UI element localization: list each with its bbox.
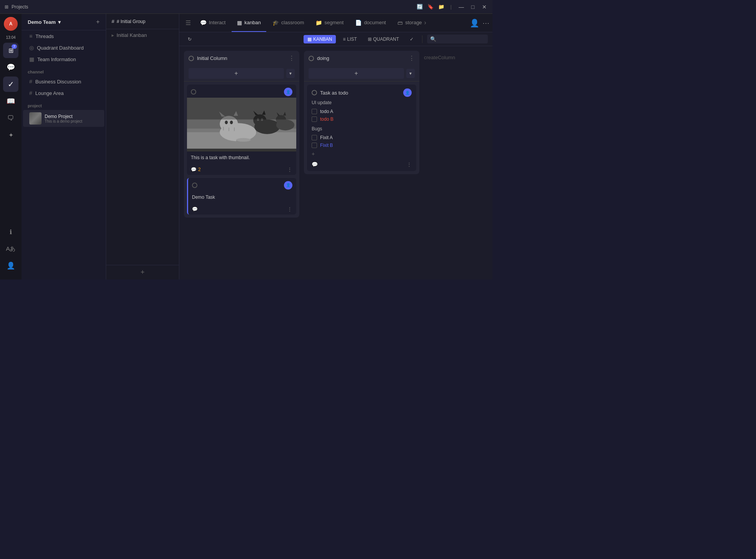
project-item-demo[interactable]: Demo Project This is a demo project xyxy=(23,110,104,127)
column-menu-initial[interactable]: ⋮ xyxy=(289,55,295,62)
tab-interact-label: Interact xyxy=(209,20,225,25)
rail-icon-home[interactable]: ⊞ 7 xyxy=(3,43,18,58)
team-info-icon: ▦ xyxy=(29,56,34,62)
doing-comment-icon[interactable]: 💬 xyxy=(312,161,318,167)
tab-document[interactable]: 📄 document xyxy=(350,14,391,32)
tab-storage[interactable]: 🗃 storage › xyxy=(392,14,432,32)
search-icon: 🔍 xyxy=(430,36,436,42)
tab-kanban[interactable]: ▦ kanban xyxy=(232,14,266,32)
tab-kanban-label: kanban xyxy=(244,20,261,25)
tab-interact[interactable]: 💬 Interact xyxy=(195,14,231,32)
kanban-board: Initial Column ⋮ + ▾ 👤 xyxy=(179,46,492,280)
close-button[interactable]: ✕ xyxy=(481,4,488,10)
project-thumbnail xyxy=(29,112,42,125)
sidebar-item-team-info-label: Team Information xyxy=(37,57,76,62)
chat-icon: 🗨 xyxy=(7,114,14,122)
avatar[interactable]: A xyxy=(4,17,18,31)
checkbox-todo-a[interactable] xyxy=(312,109,317,114)
more-options-icon[interactable]: ⋯ xyxy=(482,19,489,27)
doing-card-avatar: 👤 xyxy=(403,88,412,97)
kanban-cards-initial: 👤 xyxy=(184,85,299,218)
sidebar-item-threads[interactable]: ≡ Threads xyxy=(23,31,104,42)
checkbox-todo-b[interactable] xyxy=(312,116,317,122)
bookmark-icon[interactable]: 🔖 xyxy=(427,4,434,10)
doing-menu-icon[interactable]: ⋮ xyxy=(407,161,412,167)
add-task-dropdown-initial[interactable]: ▾ xyxy=(286,69,295,78)
card-2-body: Demo Task xyxy=(188,191,296,204)
sidebar-header: Demo Team ▾ + xyxy=(22,14,106,30)
folder-icon[interactable]: 📁 xyxy=(438,4,444,10)
kanban-column-initial: Initial Column ⋮ + ▾ 👤 xyxy=(184,51,299,218)
add-task-button-doing[interactable]: + xyxy=(309,68,404,79)
quadrant-view-button[interactable]: ⊞ QUADRANT xyxy=(364,35,403,43)
user-icon: 👤 xyxy=(7,261,15,270)
kanban-sub-icon: ▸ xyxy=(112,32,114,38)
user-presence-icon: 👤 xyxy=(470,18,479,28)
check-view-button[interactable]: ✓ xyxy=(406,35,417,43)
card-2-comment-button[interactable]: 💬 xyxy=(192,206,198,212)
rail-icon-threads[interactable]: 💬 xyxy=(3,60,18,75)
column-menu-doing[interactable]: ⋮ xyxy=(409,55,415,62)
rail-icon-star[interactable]: ✦ xyxy=(3,127,18,143)
refresh-button[interactable]: ↻ xyxy=(184,35,195,43)
checkbox-fixit-a[interactable] xyxy=(312,135,317,140)
grid-icon: ⊞ xyxy=(5,4,8,10)
rail-icon-book[interactable]: 📖 xyxy=(3,93,18,109)
card-1-body: This is a task with thumbnail. xyxy=(187,151,296,164)
search-input[interactable] xyxy=(439,37,485,42)
kanban-view-icon: ▦ xyxy=(307,37,312,42)
maximize-button[interactable]: □ xyxy=(469,4,476,10)
sidebar-item-quadrant[interactable]: ◎ Quadrant Dashboard xyxy=(23,42,104,53)
add-task-button-initial[interactable]: + xyxy=(189,68,284,79)
tab-segment[interactable]: 📁 segment xyxy=(310,14,349,32)
sidebar-item-business[interactable]: # Business Discussion xyxy=(23,76,104,87)
checklist-label-fixit-b: Fixit B xyxy=(320,143,333,148)
book-icon: 📖 xyxy=(7,97,15,105)
project-thumb-image xyxy=(29,112,42,125)
checklist-item-todo-b: todo B xyxy=(312,115,412,123)
card-1-comment-button[interactable]: 💬 2 xyxy=(191,167,201,172)
card-1-menu[interactable]: ⋮ xyxy=(287,166,292,173)
tab-classroom[interactable]: 🎓 classroom xyxy=(267,14,309,32)
channel-add-row[interactable]: + xyxy=(106,265,179,280)
sync-icon[interactable]: 🔄 xyxy=(417,4,423,10)
tab-bar: ☰ 💬 Interact ▦ kanban 🎓 classroom 📁 segm… xyxy=(179,14,492,32)
create-column-button[interactable]: createColumn xyxy=(424,55,455,60)
team-name[interactable]: Demo Team ▾ xyxy=(28,19,61,25)
checkbox-fixit-b[interactable] xyxy=(312,143,317,148)
titlebar-controls: 🔄 🔖 📁 | — □ ✕ xyxy=(417,4,488,10)
tab-menu-button[interactable]: ☰ xyxy=(182,19,194,27)
kanban-column-doing: doing ⋮ + ▾ Task as todo xyxy=(304,51,419,174)
kanban-view-button[interactable]: ▦ KANBAN xyxy=(304,35,336,43)
tab-document-icon: 📄 xyxy=(355,20,362,26)
toolbar: ↻ ▦ KANBAN ≡ LIST ⊞ QUADRANT ✓ 🔍 xyxy=(179,32,492,46)
sidebar-item-lounge[interactable]: # Lounge Area xyxy=(23,88,104,98)
add-task-dropdown-doing[interactable]: ▾ xyxy=(406,69,415,78)
rail-bottom: ℹ Aあ 👤 xyxy=(3,224,18,276)
toolbar-divider xyxy=(422,35,422,43)
list-view-button[interactable]: ≡ LIST xyxy=(339,35,360,43)
rail-icon-chat[interactable]: 🗨 xyxy=(3,110,18,126)
svg-point-8 xyxy=(230,121,233,124)
sidebar-item-team-info[interactable]: ▦ Team Information xyxy=(23,54,104,65)
tab-classroom-label: classroom xyxy=(281,20,304,25)
checklist-item-fixit-a: Fixit A xyxy=(312,134,412,141)
channel-item-kanban[interactable]: ▸ Initial Kanban xyxy=(106,29,179,41)
channel-sub-label: Initial Kanban xyxy=(117,32,147,38)
column-title-doing: doing xyxy=(317,55,329,61)
search-box[interactable]: 🔍 xyxy=(427,35,488,43)
rail-icon-translate[interactable]: Aあ xyxy=(3,241,18,256)
minimize-button[interactable]: — xyxy=(458,4,465,10)
sidebar-add-button[interactable]: + xyxy=(96,18,100,25)
tab-kanban-icon: ▦ xyxy=(237,20,242,26)
tab-segment-icon: 📁 xyxy=(315,20,322,26)
rail-icon-check[interactable]: ✓ xyxy=(3,77,18,92)
rail-icon-user[interactable]: 👤 xyxy=(3,258,18,273)
svg-rect-24 xyxy=(187,98,296,120)
column-title-row-initial: Initial Column xyxy=(189,55,285,61)
doing-add-item-button[interactable]: + xyxy=(312,149,412,158)
channel-header: # # Initial Group xyxy=(106,14,179,29)
rail-icon-info[interactable]: ℹ xyxy=(3,224,18,240)
card-2-menu[interactable]: ⋮ xyxy=(287,206,292,212)
card-1-footer: 💬 2 ⋮ xyxy=(187,164,296,175)
